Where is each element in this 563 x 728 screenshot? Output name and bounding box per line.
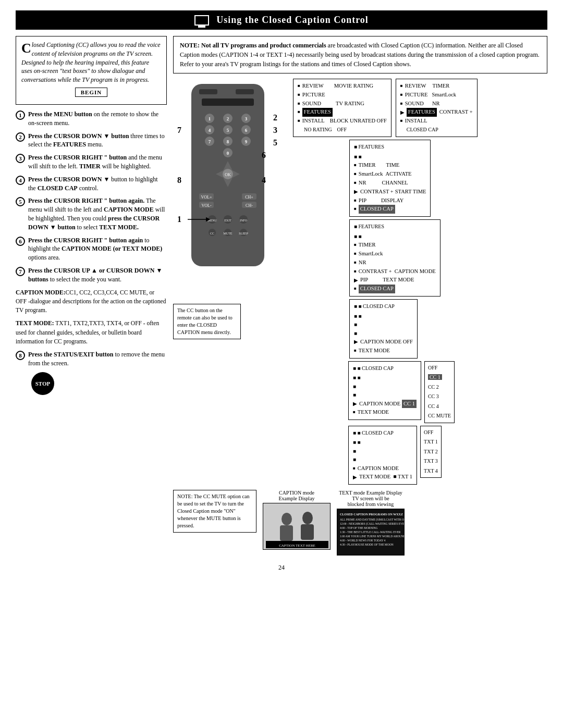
mute-note-text: NOTE: The CC MUTE option can be used to …	[177, 493, 249, 528]
text-example-img: CLOSED CAPTION PROGRAMS ON WXXZ ALL PRIM…	[337, 509, 405, 556]
txt-options-list: OFF TXT 1 TXT 2 TXT 3 TXT 4	[420, 426, 442, 478]
step-num-8: 8	[177, 176, 181, 184]
caption-example-label: CAPTION modeExample Display	[278, 490, 314, 501]
menu7-dot3: ■	[353, 447, 412, 456]
remote-display	[202, 98, 254, 106]
menu6-textmode: ■TEXT MODE	[353, 408, 417, 417]
exit-btn-label: EXIT	[224, 219, 231, 222]
right-panel: NOTE: Not all TV programs and product co…	[173, 36, 547, 556]
caption-example-img: CAPTION TEXT HERE	[263, 503, 331, 550]
intro-box: Closed Captioning (CC) allows you to rea…	[16, 36, 167, 105]
menu-box-2: ■REVIEWTIMER ■PICTURESmartLock ■SOUNDNR …	[396, 79, 478, 137]
title-bar: Using the Closed Caption Control	[16, 10, 547, 30]
cc-opt-cc4: CC 4	[428, 402, 451, 412]
menu5-dots: ■ ■	[354, 312, 413, 321]
text-line-6: 4:00 - WORLD NEWS FOR TODAY 4	[340, 539, 386, 542]
remote-btn-1-label: 1	[209, 116, 211, 121]
remote-top-btn1	[199, 89, 217, 94]
menu7-captionmode: ■CAPTION MODE	[353, 464, 412, 473]
menu-box-6: ■ ■ CLOSED CAP ■ ■ ■ ■ ▶CAPTION MODECC 1…	[348, 361, 421, 421]
remote-btn-8-label: 8	[227, 139, 229, 144]
remote-btn-7-label: 7	[209, 139, 211, 144]
person2-body	[301, 524, 314, 540]
menu2-review: ■REVIEWTIMER	[400, 82, 473, 91]
text-line-title: CLOSED CAPTION PROGRAMS ON WXXZ	[340, 513, 403, 516]
remote-btn-4-label: 4	[209, 128, 211, 133]
text-line-7: 4:30 - PLAYHOUSE MODE OF THE MOON	[340, 543, 394, 546]
stop-label: STOP	[35, 380, 51, 387]
menu4-title: ■ FEATURES	[354, 223, 436, 231]
caption-mode-desc: CAPTION MODE:CC1, CC2, CC3,CC4, CC MUTE,…	[16, 288, 167, 315]
intro-text: losed Captioning (CC) allows you to read…	[21, 41, 161, 83]
menu4-closedcap: ■CLOSED CAP	[354, 285, 436, 293]
menu6-dot4: ■	[353, 391, 417, 400]
remote-btn-2-label: 2	[227, 116, 229, 121]
step-num-2: 2	[273, 113, 277, 122]
remote-btn-5-label: 5	[227, 128, 229, 133]
remote-btn-0-label: 0	[227, 151, 229, 156]
dpad-center-label: OK	[225, 172, 231, 177]
menu4-smartlock: ■SmartLock	[354, 250, 436, 258]
menu1-review: ■REVIEWMOVIE RATING	[298, 82, 387, 91]
txt-opt-txt1: TXT 1	[424, 437, 438, 447]
menu4-contrast: ■CONTRAST +CAPTION MODE	[354, 267, 436, 276]
step-8: 8 Press the STATUS/EXIT button to remove…	[16, 350, 167, 368]
step-6: 6 Press the CURSOR RIGHT " button again …	[16, 236, 167, 262]
vol-down-label: VOL-	[201, 203, 211, 208]
menu3-title: ■ FEATURES	[354, 143, 426, 152]
menu-level-7-row: ■ ■ CLOSED CAP ■ ■ ■ ■ ■CAPTION MODE ▶TE…	[293, 426, 547, 485]
menu5-textmode: ■TEXT MODE	[354, 347, 413, 355]
menu-level-4-row: ■ FEATURES ■ ■ ■TIMER ■SmartLock ■NR ■CO…	[293, 219, 547, 297]
cc-opt-cc2: CC 2	[428, 382, 451, 392]
ch-up-label: CH+	[245, 195, 253, 200]
text-line-2: 12:00 - NEIGHBORS (CALL-WAITING SERIES E…	[340, 522, 405, 526]
remote-menus-area: 1 2 3 4 5 6 7 8 9	[173, 79, 547, 485]
txt-opt-txt3: TXT 3	[424, 456, 438, 466]
step-7: 7 Press the CURSOR UP ▲ or CURSOR DOWN ▼…	[16, 266, 167, 284]
page-num-text: 24	[278, 564, 285, 571]
note-box: NOTE: Not all TV programs and product co…	[173, 36, 547, 73]
menu1-install: ■INSTALLBLOCK UNRATED OFF	[298, 117, 387, 126]
menu-box-5: ■ ■ CLOSED CAP ■ ■ ■ ■ ▶CAPTION MODE OFF…	[349, 299, 418, 359]
menu6-title: ■ ■ CLOSED CAP	[353, 364, 417, 373]
step-num-5: 5	[273, 138, 277, 147]
info-btn-label: INFO	[240, 219, 248, 222]
person2-head	[302, 512, 313, 524]
menu-box-7: ■ ■ CLOSED CAP ■ ■ ■ ■ ■CAPTION MODE ▶TE…	[348, 426, 417, 485]
text-example-label: TEXT mode Example DisplayTV screen will …	[339, 490, 402, 507]
mute-btn-label: MUTE	[224, 232, 232, 235]
mute-note-box: NOTE: The CC MUTE option can be used to …	[173, 490, 256, 533]
menu3-dots: ■ ■	[354, 153, 426, 162]
person1-head	[282, 513, 292, 525]
remote-top-btn2	[236, 89, 254, 94]
menu4-dots: ■ ■	[354, 232, 436, 241]
step-5: 5 Press the CURSOR RIGHT " button again.…	[16, 196, 167, 231]
menu3-smartlock: ■SmartLockACTIVATE	[354, 170, 426, 179]
menu1-features: ■FEATURES	[298, 108, 387, 117]
menu6-dots: ■ ■	[353, 374, 417, 382]
sleep-btn-label: SLEEP	[239, 232, 248, 235]
cc-opt-off: OFF	[428, 363, 451, 373]
cc-opt-cc1: CC 1	[428, 373, 451, 382]
begin-label: BEGIN	[75, 88, 107, 97]
txt-opt-off: OFF	[424, 428, 438, 438]
menu7-dot4: ■	[353, 455, 412, 464]
menu7-textmode: ▶TEXT MODE■ TXT 1	[353, 473, 412, 482]
menu1-picture: ■PICTURE	[298, 91, 387, 100]
remote-btn-6-label: 6	[245, 128, 248, 133]
menu3-contrast: ▶CONTRAST +START TIME	[354, 188, 426, 196]
text-line-3: 4:00 - TOP OF THE MORNING	[340, 526, 377, 529]
text-img-svg: CLOSED CAPTION PROGRAMS ON WXXZ ALL PRIM…	[337, 509, 405, 556]
step-num-3: 3	[273, 126, 277, 134]
menu7-dots: ■ ■	[353, 438, 412, 447]
menu3-closedcap: ■CLOSED CAP	[354, 205, 426, 214]
menu3-nr: ■NRCHANNEL	[354, 179, 426, 188]
text-line-4: 1:30 - THE BEST LITTLE CALL-WAITING EVER	[340, 530, 401, 534]
begin-btn: BEGIN	[21, 88, 161, 97]
menu-level-3-row: ■ FEATURES ■ ■ ■TIMERTIME ■SmartLockACTI…	[293, 140, 547, 217]
menu5-dot4: ■	[354, 329, 413, 338]
menu4-pip: ▶PIPTEXT MODE	[354, 276, 436, 285]
cc-opt-cc3: CC 3	[428, 392, 451, 402]
cc-opt-ccmute: CC MUTE	[428, 411, 451, 421]
bottom-section: NOTE: The CC MUTE option can be used to …	[173, 490, 547, 556]
